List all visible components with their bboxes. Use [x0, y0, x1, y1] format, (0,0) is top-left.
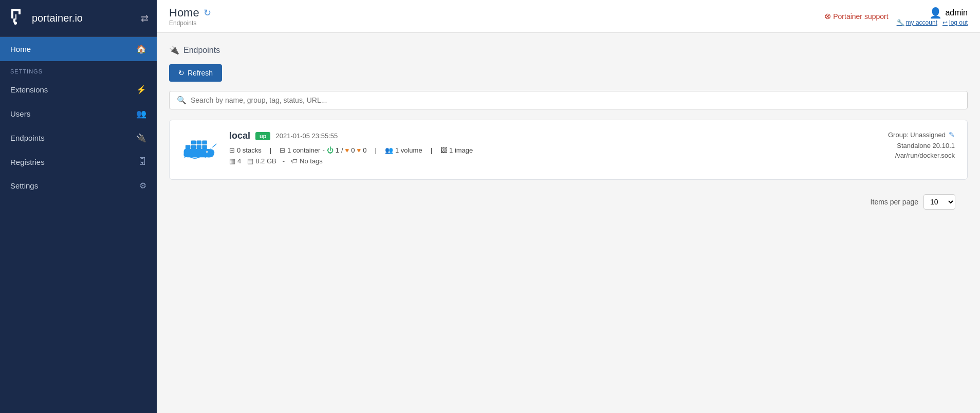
topbar: Home ↻ Endpoints ⊗ Portainer support 👤 a…: [157, 0, 980, 33]
log-out-link[interactable]: ↩ log out: [942, 19, 968, 26]
endpoint-meta: ▦ 4 ▤ 8.2 GB - 🏷 No tags: [229, 157, 852, 165]
portainer-support-link[interactable]: ⊗ Portainer support: [824, 11, 888, 21]
sidebar-item-extensions[interactable]: Extensions ⚡: [0, 78, 157, 102]
svg-rect-8: [197, 145, 201, 149]
search-input[interactable]: [191, 96, 960, 104]
docker-socket: /var/run/docker.sock: [862, 152, 955, 159]
stat-images: 🖼 1 image: [440, 146, 473, 154]
search-icon: 🔍: [177, 96, 187, 105]
endpoint-name-row: local up 2021-01-05 23:55:55: [229, 130, 852, 141]
unhealthy-icon: ♥: [357, 146, 361, 154]
tag-icon: 🏷: [291, 157, 298, 165]
stat-tags: 🏷 No tags: [291, 157, 323, 165]
svg-rect-12: [202, 145, 207, 149]
topbar-left: Home ↻ Endpoints: [169, 6, 211, 27]
extensions-icon: ⚡: [136, 85, 146, 95]
portainer-logo-icon: [8, 7, 27, 29]
endpoints-icon: 🔌: [136, 133, 146, 143]
sidebar: portainer.io ⇄ Home 🏠 SETTINGS Extension…: [0, 0, 157, 413]
page-content: 🔌 Endpoints ↻ Refresh 🔍: [157, 33, 980, 413]
svg-point-4: [14, 22, 17, 25]
stat-cpu: ▦ 4: [229, 157, 241, 165]
items-per-page-select[interactable]: 10 25 50 100: [923, 194, 955, 210]
stacks-icon: ⊞: [229, 146, 235, 154]
admin-links: 🔧 my account ↩ log out: [897, 19, 968, 26]
section-header: 🔌 Endpoints: [169, 45, 968, 55]
sidebar-item-endpoints[interactable]: Endpoints 🔌: [0, 126, 157, 150]
admin-avatar-icon: 👤: [929, 7, 942, 19]
svg-point-14: [207, 152, 208, 153]
endpoint-timestamp: 2021-01-05 23:55:55: [275, 132, 338, 140]
cpu-icon: ▦: [229, 157, 235, 165]
standalone-version: Standalone 20.10.1: [862, 142, 955, 149]
admin-name: 👤 admin: [929, 7, 968, 19]
sidebar-item-registries[interactable]: Registries 🗄: [0, 150, 157, 174]
refresh-button[interactable]: ↻ Refresh: [169, 64, 222, 82]
stat-stacks: ⊞ 0 stacks: [229, 146, 262, 154]
sidebar-toggle-button[interactable]: ⇄: [141, 13, 149, 24]
admin-section: 👤 admin 🔧 my account ↩ log out: [897, 7, 968, 26]
topbar-refresh-icon[interactable]: ↻: [204, 7, 211, 18]
endpoint-name[interactable]: local: [229, 130, 250, 141]
svg-rect-10: [197, 141, 201, 144]
sidebar-item-home[interactable]: Home 🏠: [0, 37, 157, 61]
svg-rect-2: [19, 9, 21, 14]
page-title: Home ↻: [169, 6, 211, 20]
sidebar-item-users[interactable]: Users 👥: [0, 102, 157, 126]
support-error-icon: ⊗: [824, 11, 831, 21]
sidebar-item-settings[interactable]: Settings ⚙: [0, 174, 157, 198]
endpoint-stats: ⊞ 0 stacks | ⊟ 1 container - ⏻ 1 / ♥ 0 ♥: [229, 146, 852, 154]
main-content: Home ↻ Endpoints ⊗ Portainer support 👤 a…: [157, 0, 980, 413]
wrench-icon: 🔧: [897, 19, 904, 26]
memory-icon: ▤: [247, 157, 253, 165]
containers-icon: ⊟: [280, 146, 285, 154]
svg-rect-7: [191, 145, 196, 149]
search-bar: 🔍: [169, 91, 968, 109]
settings-section-label: SETTINGS: [0, 61, 157, 78]
svg-rect-5: [15, 14, 16, 20]
home-icon: 🏠: [136, 44, 146, 54]
users-icon: 👥: [136, 109, 146, 119]
logo-text: portainer.io: [32, 12, 83, 24]
running-icon: ⏻: [327, 146, 334, 154]
sidebar-navigation: Home 🏠 SETTINGS Extensions ⚡ Users 👥 End…: [0, 37, 157, 198]
my-account-link[interactable]: 🔧 my account: [897, 19, 937, 26]
topbar-right: ⊗ Portainer support 👤 admin 🔧 my account…: [824, 7, 968, 26]
sidebar-logo: portainer.io ⇄: [0, 0, 157, 37]
stat-containers: ⊟ 1 container - ⏻ 1 / ♥ 0 ♥ 0: [280, 146, 366, 154]
endpoints-section-icon: 🔌: [169, 45, 179, 55]
settings-icon: ⚙: [139, 181, 146, 191]
volumes-icon: 👥: [385, 146, 393, 154]
stat-volumes: 👥 1 volume: [385, 146, 422, 154]
endpoint-side: Group: Unassigned ✎ Standalone 20.10.1 /…: [862, 130, 955, 159]
images-icon: 🖼: [440, 146, 447, 154]
items-per-page-label: Items per page: [871, 198, 918, 206]
endpoint-info: local up 2021-01-05 23:55:55 ⊞ 0 stacks …: [229, 130, 852, 165]
registries-icon: 🗄: [138, 157, 146, 166]
endpoint-card: local up 2021-01-05 23:55:55 ⊞ 0 stacks …: [169, 120, 968, 180]
status-badge: up: [255, 132, 270, 140]
docker-logo: [182, 130, 219, 169]
breadcrumb: Endpoints: [169, 20, 211, 27]
footer-bar: Items per page 10 25 50 100: [169, 188, 968, 216]
edit-group-icon[interactable]: ✎: [949, 130, 955, 139]
healthy-icon: ♥: [345, 146, 349, 154]
group-label: Group: Unassigned ✎: [862, 130, 955, 139]
svg-rect-11: [202, 141, 207, 144]
stat-memory: ▤ 8.2 GB: [247, 157, 276, 165]
logout-icon: ↩: [942, 19, 948, 26]
svg-rect-9: [191, 141, 196, 144]
svg-rect-6: [186, 145, 190, 149]
refresh-btn-icon: ↻: [178, 69, 184, 77]
